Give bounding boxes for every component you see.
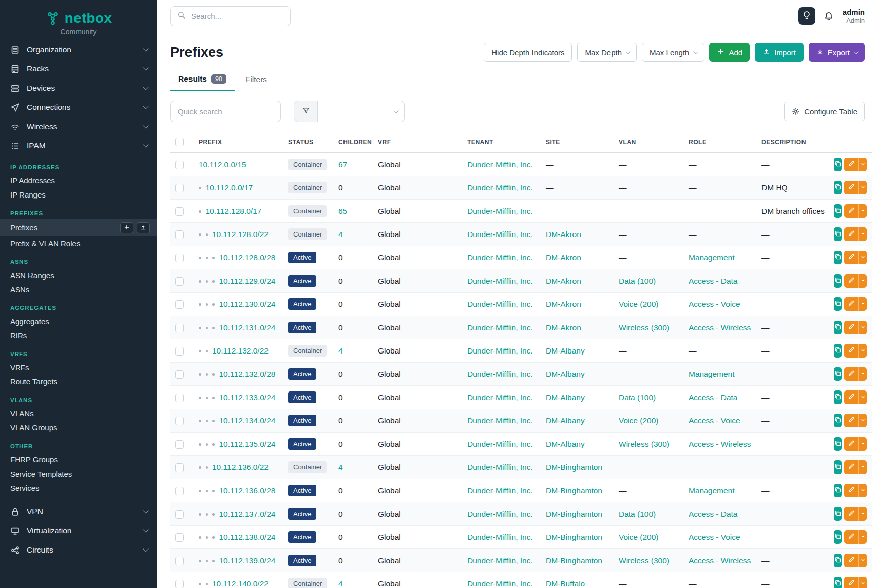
prefix-link[interactable]: 10.112.0.0/15 (199, 160, 246, 169)
row-checkbox[interactable] (175, 300, 184, 309)
site-link[interactable]: DM-Binghamton (546, 463, 602, 472)
copy-button[interactable] (834, 158, 842, 171)
edit-dropdown-button[interactable] (858, 274, 867, 288)
children-count-link[interactable]: 4 (338, 579, 343, 588)
vlan-link[interactable]: Data (100) (619, 509, 656, 518)
edit-dropdown-button[interactable] (858, 507, 867, 521)
role-link[interactable]: Access - Wireless (689, 440, 751, 448)
sidebar-item-ipam[interactable]: IPAM (0, 136, 157, 155)
copy-button[interactable] (834, 437, 842, 451)
saved-filter-select[interactable] (318, 101, 405, 122)
prefix-link[interactable]: 10.112.131.0/24 (219, 323, 276, 332)
prefix-link[interactable]: 10.112.134.0/24 (219, 416, 276, 425)
prefix-link[interactable]: 10.112.132.0/28 (219, 370, 276, 378)
vlan-link[interactable]: Data (100) (619, 277, 656, 285)
tenant-link[interactable]: Dunder-Mifflin, Inc. (467, 183, 533, 192)
sidebar-item-vlans[interactable]: VLANs (0, 406, 157, 420)
tenant-link[interactable]: Dunder-Mifflin, Inc. (467, 486, 533, 495)
tenant-link[interactable]: Dunder-Mifflin, Inc. (467, 253, 533, 262)
copy-button[interactable] (834, 507, 842, 521)
role-link[interactable]: Access - Voice (689, 416, 740, 425)
vlan-link[interactable]: Voice (200) (619, 300, 658, 308)
tenant-link[interactable]: Dunder-Mifflin, Inc. (467, 323, 533, 332)
sidebar-item-circuits[interactable]: Circuits (0, 540, 157, 560)
role-link[interactable]: Access - Data (689, 277, 737, 285)
role-link[interactable]: Access - Data (689, 393, 737, 402)
site-link[interactable]: DM-Binghamton (546, 556, 602, 565)
edit-button[interactable] (844, 251, 858, 264)
copy-button[interactable] (834, 344, 842, 358)
sidebar-item-wireless[interactable]: Wireless (0, 117, 157, 136)
column-header-description[interactable]: DESCRIPTION (756, 132, 829, 153)
site-link[interactable]: DM-Akron (546, 300, 581, 308)
edit-dropdown-button[interactable] (858, 181, 867, 194)
copy-button[interactable] (834, 204, 842, 218)
edit-button[interactable] (844, 181, 858, 194)
row-checkbox[interactable] (175, 184, 184, 192)
role-link[interactable]: Access - Data (689, 509, 737, 518)
site-link[interactable]: DM-Albany (546, 346, 585, 355)
edit-button[interactable] (844, 227, 858, 241)
tenant-link[interactable]: Dunder-Mifflin, Inc. (467, 230, 533, 239)
edit-dropdown-button[interactable] (858, 251, 867, 264)
sidebar-item-virtualization[interactable]: Virtualization (0, 521, 157, 540)
prefix-link[interactable]: 10.112.132.0/22 (212, 346, 269, 355)
site-link[interactable]: DM-Albany (546, 440, 585, 448)
edit-dropdown-button[interactable] (858, 227, 867, 241)
row-checkbox[interactable] (175, 161, 184, 169)
theme-toggle-button[interactable] (798, 7, 815, 25)
edit-button[interactable] (844, 344, 858, 358)
tenant-link[interactable]: Dunder-Mifflin, Inc. (467, 160, 533, 169)
site-link[interactable]: DM-Albany (546, 416, 585, 425)
row-checkbox[interactable] (175, 254, 184, 262)
role-link[interactable]: Management (689, 253, 734, 262)
column-header-vrf[interactable]: VRF (373, 132, 462, 153)
edit-button[interactable] (844, 297, 858, 311)
tenant-link[interactable]: Dunder-Mifflin, Inc. (467, 509, 533, 518)
edit-dropdown-button[interactable] (858, 390, 867, 404)
edit-dropdown-button[interactable] (858, 530, 867, 544)
prefix-link[interactable]: 10.112.128.0/22 (212, 230, 269, 239)
hide-depth-indicators-button[interactable]: Hide Depth Indicators (484, 43, 572, 62)
edit-dropdown-button[interactable] (858, 460, 867, 474)
row-checkbox[interactable] (175, 533, 184, 542)
row-checkbox[interactable] (175, 440, 184, 449)
edit-button[interactable] (844, 274, 858, 288)
role-link[interactable]: Management (689, 486, 734, 495)
copy-button[interactable] (834, 297, 842, 311)
site-link[interactable]: DM-Akron (546, 323, 581, 332)
global-search[interactable] (170, 6, 291, 26)
column-header-tenant[interactable]: TENANT (462, 132, 541, 153)
site-link[interactable]: DM-Binghamton (546, 509, 602, 518)
vlan-link[interactable]: Voice (200) (619, 416, 658, 425)
configure-table-button[interactable]: Configure Table (784, 102, 865, 121)
prefix-link[interactable]: 10.112.128.0/17 (206, 207, 262, 215)
copy-button[interactable] (834, 321, 842, 334)
sidebar-item-ip-addresses[interactable]: IP Addresses (0, 173, 157, 187)
tenant-link[interactable]: Dunder-Mifflin, Inc. (467, 579, 533, 588)
tab-results[interactable]: Results 90 (170, 68, 235, 91)
copy-button[interactable] (834, 414, 842, 427)
role-link[interactable]: Access - Wireless (689, 556, 751, 565)
import-button[interactable]: Import (755, 43, 804, 62)
role-link[interactable]: Access - Wireless (689, 323, 751, 332)
vlan-link[interactable]: Data (100) (619, 393, 656, 402)
tenant-link[interactable]: Dunder-Mifflin, Inc. (467, 346, 533, 355)
copy-button[interactable] (834, 530, 842, 544)
prefix-link[interactable]: 10.112.133.0/24 (219, 393, 276, 402)
edit-dropdown-button[interactable] (858, 158, 867, 171)
prefix-link[interactable]: 10.112.128.0/28 (219, 253, 276, 262)
edit-button[interactable] (844, 204, 858, 218)
row-checkbox[interactable] (175, 487, 184, 495)
tenant-link[interactable]: Dunder-Mifflin, Inc. (467, 370, 533, 378)
row-checkbox[interactable] (175, 207, 184, 216)
sidebar-item-route-targets[interactable]: Route Targets (0, 374, 157, 388)
tenant-link[interactable]: Dunder-Mifflin, Inc. (467, 463, 533, 472)
row-checkbox[interactable] (175, 277, 184, 286)
children-count-link[interactable]: 67 (338, 160, 347, 169)
edit-button[interactable] (844, 577, 858, 588)
tenant-link[interactable]: Dunder-Mifflin, Inc. (467, 556, 533, 565)
notifications-bell-icon[interactable] (824, 11, 834, 21)
user-menu[interactable]: admin Admin (843, 8, 865, 24)
edit-button[interactable] (844, 460, 858, 474)
